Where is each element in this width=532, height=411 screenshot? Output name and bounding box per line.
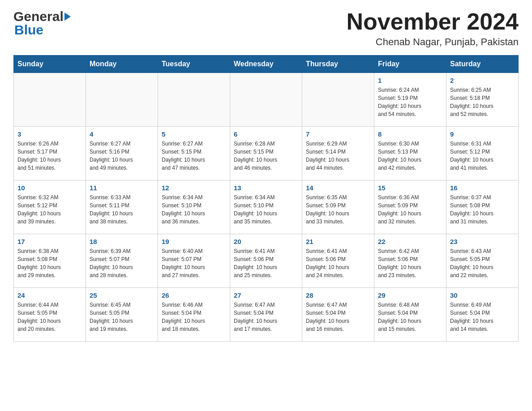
day-info: Sunrise: 6:31 AM Sunset: 5:12 PM Dayligh… <box>450 140 515 172</box>
day-number: 1 <box>378 77 442 84</box>
calendar-header-sunday: Sunday <box>14 56 86 73</box>
day-info: Sunrise: 6:42 AM Sunset: 5:06 PM Dayligh… <box>378 247 442 279</box>
day-number: 15 <box>378 184 442 192</box>
day-info: Sunrise: 6:27 AM Sunset: 5:15 PM Dayligh… <box>162 140 226 172</box>
calendar-cell: 6Sunrise: 6:28 AM Sunset: 5:15 PM Daylig… <box>230 127 302 180</box>
day-info: Sunrise: 6:44 AM Sunset: 5:05 PM Dayligh… <box>17 301 82 333</box>
day-number: 28 <box>306 291 370 299</box>
logo-blue-text: Blue <box>14 22 43 38</box>
calendar-header-friday: Friday <box>374 56 446 73</box>
day-info: Sunrise: 6:27 AM Sunset: 5:16 PM Dayligh… <box>90 140 154 172</box>
day-number: 11 <box>90 184 154 192</box>
calendar-week-row: 17Sunrise: 6:38 AM Sunset: 5:08 PM Dayli… <box>14 234 519 288</box>
day-number: 2 <box>450 77 515 84</box>
calendar-header-row: SundayMondayTuesdayWednesdayThursdayFrid… <box>14 56 519 73</box>
day-number: 29 <box>378 291 442 299</box>
calendar-cell: 22Sunrise: 6:42 AM Sunset: 5:06 PM Dayli… <box>374 234 446 288</box>
day-number: 20 <box>234 238 298 245</box>
calendar-cell: 18Sunrise: 6:39 AM Sunset: 5:07 PM Dayli… <box>86 234 158 288</box>
day-number: 16 <box>450 184 515 192</box>
day-info: Sunrise: 6:46 AM Sunset: 5:04 PM Dayligh… <box>162 301 226 333</box>
calendar-cell: 3Sunrise: 6:26 AM Sunset: 5:17 PM Daylig… <box>14 127 86 180</box>
calendar-cell: 16Sunrise: 6:37 AM Sunset: 5:08 PM Dayli… <box>446 180 519 234</box>
day-info: Sunrise: 6:38 AM Sunset: 5:08 PM Dayligh… <box>17 247 82 279</box>
calendar-cell <box>230 73 302 127</box>
logo: General Blue <box>13 9 71 38</box>
page-subtitle: Chenab Nagar, Punjab, Pakistan <box>347 36 519 48</box>
logo-general-text: General <box>13 9 64 24</box>
calendar-cell: 7Sunrise: 6:29 AM Sunset: 5:14 PM Daylig… <box>302 127 374 180</box>
day-info: Sunrise: 6:33 AM Sunset: 5:11 PM Dayligh… <box>90 193 154 226</box>
day-info: Sunrise: 6:24 AM Sunset: 5:19 PM Dayligh… <box>378 86 442 118</box>
calendar-cell: 25Sunrise: 6:45 AM Sunset: 5:05 PM Dayli… <box>86 288 158 342</box>
calendar-cell: 19Sunrise: 6:40 AM Sunset: 5:07 PM Dayli… <box>158 234 230 288</box>
day-info: Sunrise: 6:32 AM Sunset: 5:12 PM Dayligh… <box>17 193 82 226</box>
day-number: 24 <box>17 291 82 299</box>
calendar-week-row: 10Sunrise: 6:32 AM Sunset: 5:12 PM Dayli… <box>14 180 519 234</box>
calendar-header-tuesday: Tuesday <box>158 56 230 73</box>
day-info: Sunrise: 6:49 AM Sunset: 5:04 PM Dayligh… <box>450 301 515 333</box>
title-area: November 2024 Chenab Nagar, Punjab, Paki… <box>347 9 519 48</box>
page-title: November 2024 <box>347 9 519 34</box>
day-info: Sunrise: 6:43 AM Sunset: 5:05 PM Dayligh… <box>450 247 515 279</box>
calendar-cell: 26Sunrise: 6:46 AM Sunset: 5:04 PM Dayli… <box>158 288 230 342</box>
calendar-cell <box>158 73 230 127</box>
day-number: 3 <box>17 130 82 138</box>
day-number: 27 <box>234 291 298 299</box>
calendar-cell: 20Sunrise: 6:41 AM Sunset: 5:06 PM Dayli… <box>230 234 302 288</box>
day-number: 9 <box>450 130 515 138</box>
calendar-cell: 4Sunrise: 6:27 AM Sunset: 5:16 PM Daylig… <box>86 127 158 180</box>
calendar-cell: 17Sunrise: 6:38 AM Sunset: 5:08 PM Dayli… <box>14 234 86 288</box>
calendar-header-thursday: Thursday <box>302 56 374 73</box>
calendar-cell: 5Sunrise: 6:27 AM Sunset: 5:15 PM Daylig… <box>158 127 230 180</box>
calendar-header-saturday: Saturday <box>446 56 519 73</box>
day-info: Sunrise: 6:36 AM Sunset: 5:09 PM Dayligh… <box>378 193 442 226</box>
day-info: Sunrise: 6:35 AM Sunset: 5:09 PM Dayligh… <box>306 193 370 226</box>
calendar-cell: 30Sunrise: 6:49 AM Sunset: 5:04 PM Dayli… <box>446 288 519 342</box>
day-info: Sunrise: 6:48 AM Sunset: 5:04 PM Dayligh… <box>378 301 442 333</box>
calendar-cell: 29Sunrise: 6:48 AM Sunset: 5:04 PM Dayli… <box>374 288 446 342</box>
day-info: Sunrise: 6:26 AM Sunset: 5:17 PM Dayligh… <box>17 140 82 172</box>
calendar-cell: 23Sunrise: 6:43 AM Sunset: 5:05 PM Dayli… <box>446 234 519 288</box>
day-number: 5 <box>162 130 226 138</box>
calendar-cell: 24Sunrise: 6:44 AM Sunset: 5:05 PM Dayli… <box>14 288 86 342</box>
day-number: 8 <box>378 130 442 138</box>
calendar-header-wednesday: Wednesday <box>230 56 302 73</box>
day-info: Sunrise: 6:40 AM Sunset: 5:07 PM Dayligh… <box>162 247 226 279</box>
day-info: Sunrise: 6:25 AM Sunset: 5:18 PM Dayligh… <box>450 86 515 118</box>
day-info: Sunrise: 6:34 AM Sunset: 5:10 PM Dayligh… <box>162 193 226 226</box>
day-info: Sunrise: 6:41 AM Sunset: 5:06 PM Dayligh… <box>234 247 298 279</box>
calendar-week-row: 24Sunrise: 6:44 AM Sunset: 5:05 PM Dayli… <box>14 288 519 342</box>
logo-triangle-icon <box>64 13 71 21</box>
day-info: Sunrise: 6:39 AM Sunset: 5:07 PM Dayligh… <box>90 247 154 279</box>
day-info: Sunrise: 6:45 AM Sunset: 5:05 PM Dayligh… <box>90 301 154 333</box>
calendar-cell <box>86 73 158 127</box>
calendar-table: SundayMondayTuesdayWednesdayThursdayFrid… <box>13 55 519 342</box>
calendar-cell: 15Sunrise: 6:36 AM Sunset: 5:09 PM Dayli… <box>374 180 446 234</box>
calendar-cell: 12Sunrise: 6:34 AM Sunset: 5:10 PM Dayli… <box>158 180 230 234</box>
day-info: Sunrise: 6:28 AM Sunset: 5:15 PM Dayligh… <box>234 140 298 172</box>
calendar-cell <box>14 73 86 127</box>
calendar-cell <box>302 73 374 127</box>
day-number: 18 <box>90 238 154 245</box>
day-number: 6 <box>234 130 298 138</box>
page-header: General Blue November 2024 Chenab Nagar,… <box>13 9 519 48</box>
day-number: 30 <box>450 291 515 299</box>
day-info: Sunrise: 6:47 AM Sunset: 5:04 PM Dayligh… <box>306 301 370 333</box>
day-number: 10 <box>17 184 82 192</box>
day-info: Sunrise: 6:37 AM Sunset: 5:08 PM Dayligh… <box>450 193 515 226</box>
calendar-cell: 9Sunrise: 6:31 AM Sunset: 5:12 PM Daylig… <box>446 127 519 180</box>
day-number: 23 <box>450 238 515 245</box>
day-number: 25 <box>90 291 154 299</box>
day-number: 22 <box>378 238 442 245</box>
calendar-header-monday: Monday <box>86 56 158 73</box>
calendar-cell: 13Sunrise: 6:34 AM Sunset: 5:10 PM Dayli… <box>230 180 302 234</box>
calendar-week-row: 3Sunrise: 6:26 AM Sunset: 5:17 PM Daylig… <box>14 127 519 180</box>
calendar-cell: 1Sunrise: 6:24 AM Sunset: 5:19 PM Daylig… <box>374 73 446 127</box>
calendar-cell: 10Sunrise: 6:32 AM Sunset: 5:12 PM Dayli… <box>14 180 86 234</box>
day-number: 7 <box>306 130 370 138</box>
calendar-cell: 28Sunrise: 6:47 AM Sunset: 5:04 PM Dayli… <box>302 288 374 342</box>
calendar-cell: 2Sunrise: 6:25 AM Sunset: 5:18 PM Daylig… <box>446 73 519 127</box>
day-number: 4 <box>90 130 154 138</box>
day-info: Sunrise: 6:34 AM Sunset: 5:10 PM Dayligh… <box>234 193 298 226</box>
